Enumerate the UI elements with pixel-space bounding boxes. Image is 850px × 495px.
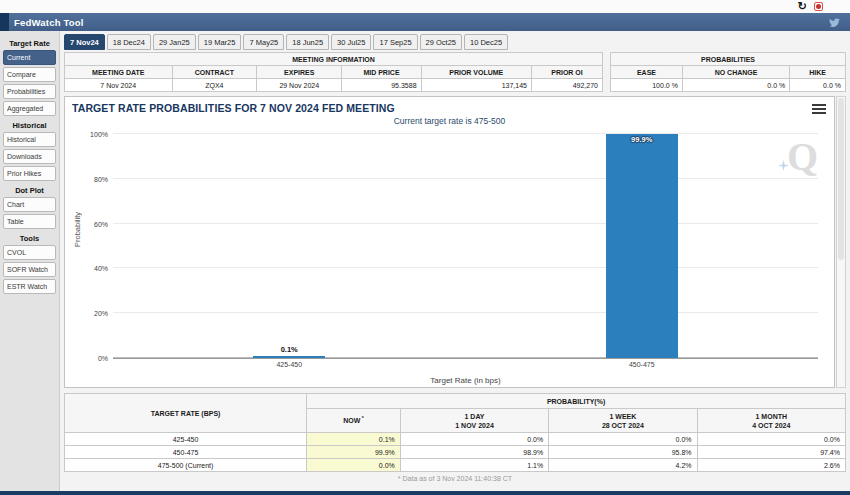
sidebar-item-table[interactable]: Table [3, 214, 56, 229]
meeting-date-header: MEETING DATE [65, 66, 173, 79]
sidebar-item-prior-hikes[interactable]: Prior Hikes [3, 166, 56, 181]
sidebar-item-sofr-watch[interactable]: SOFR Watch [3, 262, 56, 277]
probability-cell: 0.0% [697, 433, 845, 446]
probabilities-title: PROBABILITIES [611, 53, 846, 66]
probability-pct-header: PROBABILITY(%) [307, 394, 846, 409]
probabilities-summary-table: PROBABILITIESEASENO CHANGEHIKE100.0 %0.0… [610, 52, 846, 92]
gridline [113, 267, 818, 268]
table-row: 450-47599.9%98.9%95.8%97.4% [65, 446, 846, 459]
sidebar-section-dot-plot: Dot Plot [0, 186, 59, 195]
sidebar-item-cvol[interactable]: CVOL [3, 245, 56, 260]
sparkle-icon [778, 160, 789, 171]
probabilities-title-row: PROBABILITIES [611, 53, 846, 66]
ease-header: EASE [611, 66, 683, 79]
chart-subtitle: Current target rate is 475-500 [65, 116, 834, 126]
mid-price-header: MID PRICE [342, 66, 421, 79]
sidebar-item-chart[interactable]: Chart [3, 197, 56, 212]
tab-7-nov24[interactable]: 7 Nov24 [64, 34, 105, 50]
now-column-header: NOW * [307, 409, 401, 433]
probabilities-value-row: 100.0 %0.0 %0.0 % [611, 79, 846, 92]
tab-17-sep25[interactable]: 17 Sep25 [373, 34, 417, 50]
sidebar-section-tools: Tools [0, 234, 59, 243]
1-week-column-header: 1 WEEK28 OCT 2024 [549, 409, 697, 433]
sidebar-item-estr-watch[interactable]: ESTR Watch [3, 279, 56, 294]
probability-table: TARGET RATE (BPS)PROBABILITY(%)NOW *1 DA… [64, 393, 846, 472]
table-row: 475-500 (Current)0.0%1.1%4.2%2.6% [65, 459, 846, 472]
bar-425-450[interactable] [253, 356, 325, 358]
chart-title: TARGET RATE PROBABILITIES FOR 7 NOV 2024… [72, 102, 395, 114]
menu-icon[interactable] [812, 102, 826, 116]
probability-cell: 95.8% [549, 446, 697, 459]
tab-18-jun25[interactable]: 18 Jun25 [286, 34, 329, 50]
contract-value: ZQX4 [172, 79, 257, 92]
no-change-header: NO CHANGE [682, 66, 789, 79]
twitter-icon[interactable] [828, 17, 841, 28]
sidebar-item-historical[interactable]: Historical [3, 132, 56, 147]
vertical-scrollbar[interactable] [836, 96, 846, 388]
probability-cell: 98.9% [400, 446, 548, 459]
tab-bar: 7 Nov2418 Dec2429 Jan2519 Mar257 May2518… [64, 34, 846, 50]
gridline [113, 223, 818, 224]
chart-row: TARGET RATE PROBABILITIES FOR 7 NOV 2024… [64, 96, 846, 388]
gridline [113, 312, 818, 313]
probability-cell: 4.2% [549, 459, 697, 472]
probability-cell: 0.0% [307, 459, 401, 472]
rate-cell: 425-450 [65, 433, 307, 446]
meeting-date-value: 7 Nov 2024 [65, 79, 173, 92]
meeting-info-title: MEETING INFORMATION [65, 53, 603, 66]
logo-block [0, 13, 9, 31]
bar-value-label: 0.1% [281, 345, 298, 354]
prior-oi-value: 492,270 [532, 79, 603, 92]
sidebar-item-aggregated[interactable]: Aggregated [3, 101, 56, 116]
y-axis-tick: 60% [94, 220, 108, 227]
bar-chart-plot: 0%20%40%60%80%100%0.1%425-45099.9%450-47… [113, 134, 818, 359]
rate-cell: 450-475 [65, 446, 307, 459]
tab-18-dec24[interactable]: 18 Dec24 [107, 34, 151, 50]
expires-header: EXPIRES [257, 66, 342, 79]
probability-cell: 0.1% [307, 433, 401, 446]
sidebar-item-current[interactable]: Current [3, 50, 56, 65]
x-axis-title: Target Rate (in bps) [113, 376, 818, 385]
sidebar-item-downloads[interactable]: Downloads [3, 149, 56, 164]
sidebar-item-probabilities[interactable]: Probabilities [3, 84, 56, 99]
probability-cell: 99.9% [307, 446, 401, 459]
gridline [113, 133, 818, 134]
contract-header: CONTRACT [172, 66, 257, 79]
tab-10-dec25[interactable]: 10 Dec25 [464, 34, 508, 50]
meeting-info-table: MEETING INFORMATIONMEETING DATECONTRACTE… [64, 52, 603, 92]
mid-price-value: 95.3588 [342, 79, 421, 92]
app-title: FedWatch Tool [14, 17, 84, 28]
meeting-info-value-row: 7 Nov 2024ZQX429 Nov 202495.3588137,1454… [65, 79, 603, 92]
record-icon[interactable] [814, 2, 823, 11]
data-as-of-footnote: * Data as of 3 Nov 2024 11:40:38 CT [64, 472, 846, 484]
tab-29-jan25[interactable]: 29 Jan25 [153, 34, 196, 50]
tab-7-may25[interactable]: 7 May25 [243, 34, 284, 50]
bottom-edge-bar [0, 491, 850, 495]
browser-strip: ↻ [0, 0, 850, 13]
chart-panel: TARGET RATE PROBABILITIES FOR 7 NOV 2024… [64, 96, 835, 388]
bar-450-475[interactable]: 99.9% [606, 134, 678, 358]
x-axis-tick: 450-475 [629, 361, 655, 368]
probabilities-header-row: EASENO CHANGEHIKE [611, 66, 846, 79]
probability-cell: 0.0% [400, 433, 548, 446]
probability-cell: 1.1% [400, 459, 548, 472]
refresh-icon[interactable]: ↻ [798, 1, 807, 12]
meeting-info-title-row: MEETING INFORMATION [65, 53, 603, 66]
probability-cell: 2.6% [697, 459, 845, 472]
prior-volume-value: 137,145 [421, 79, 531, 92]
sidebar-item-compare[interactable]: Compare [3, 67, 56, 82]
ease-value: 100.0 % [611, 79, 683, 92]
tab-30-jul25[interactable]: 30 Jul25 [331, 34, 371, 50]
info-row: MEETING INFORMATIONMEETING DATECONTRACTE… [64, 52, 846, 92]
hike-header: HIKE [790, 66, 846, 79]
scrollbar-thumb[interactable] [838, 98, 844, 260]
tab-19-mar25[interactable]: 19 Mar25 [198, 34, 242, 50]
gridline [113, 357, 818, 358]
tab-29-oct25[interactable]: 29 Oct25 [420, 34, 462, 50]
y-axis-tick: 20% [94, 310, 108, 317]
1-day-column-header: 1 DAY1 NOV 2024 [400, 409, 548, 433]
expires-value: 29 Nov 2024 [257, 79, 342, 92]
prior-oi-header: PRIOR OI [532, 66, 603, 79]
sidebar-section-target-rate: Target Rate [0, 39, 59, 48]
probability-table-group-row: TARGET RATE (BPS)PROBABILITY(%) [65, 394, 846, 409]
